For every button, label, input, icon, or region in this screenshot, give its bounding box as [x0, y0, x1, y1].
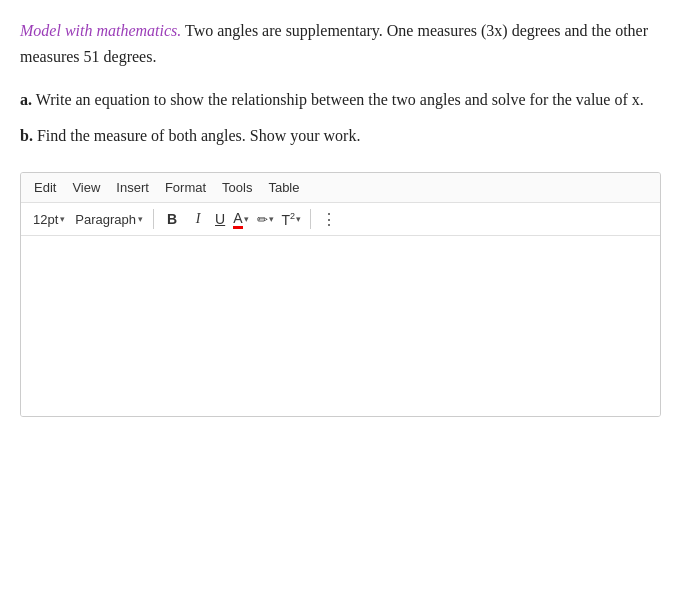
menu-edit[interactable]: Edit [31, 178, 59, 197]
underline-button[interactable]: U [212, 207, 228, 231]
part-a: a. Write an equation to show the relatio… [20, 87, 661, 113]
model-label: Model with mathematics. [20, 22, 181, 39]
highlight-button[interactable]: ✏ ▾ [254, 207, 277, 231]
problem-text: Model with mathematics. Two angles are s… [20, 18, 661, 69]
superscript-chevron: ▾ [296, 214, 301, 224]
paragraph-style-value: Paragraph [75, 212, 136, 227]
highlight-chevron: ▾ [269, 214, 274, 224]
font-color-label: A [233, 210, 242, 229]
editor-toolbar: 12pt ▾ Paragraph ▾ B I U A ▾ ✏ ▾ T2 ▾ ⋮ [21, 203, 660, 236]
underline-label: U [215, 211, 225, 227]
font-size-value: 12pt [33, 212, 58, 227]
superscript-label: T2 [282, 211, 296, 228]
font-size-chevron: ▾ [60, 214, 65, 224]
superscript-button[interactable]: T2 ▾ [279, 207, 305, 231]
toolbar-divider-1 [153, 209, 154, 229]
part-b-text: Find the measure of both angles. Show yo… [33, 127, 361, 144]
editor-body[interactable] [21, 236, 660, 416]
part-a-text: Write an equation to show the relationsh… [32, 91, 644, 108]
menu-table[interactable]: Table [265, 178, 302, 197]
italic-button[interactable]: I [186, 207, 210, 231]
menu-view[interactable]: View [69, 178, 103, 197]
toolbar-divider-2 [310, 209, 311, 229]
editor-menubar: Edit View Insert Format Tools Table [21, 173, 660, 203]
menu-tools[interactable]: Tools [219, 178, 255, 197]
bold-button[interactable]: B [160, 207, 184, 231]
highlight-icon: ✏ [257, 212, 268, 227]
part-a-label: a. [20, 91, 32, 108]
font-size-select[interactable]: 12pt ▾ [29, 210, 69, 229]
menu-insert[interactable]: Insert [113, 178, 152, 197]
part-b-label: b. [20, 127, 33, 144]
more-options-button[interactable]: ⋮ [317, 208, 342, 231]
part-b: b. Find the measure of both angles. Show… [20, 123, 661, 149]
paragraph-style-chevron: ▾ [138, 214, 143, 224]
editor-container: Edit View Insert Format Tools Table 12pt… [20, 172, 661, 417]
font-color-button[interactable]: A ▾ [230, 207, 251, 231]
superscript-exp: 2 [290, 211, 295, 221]
menu-format[interactable]: Format [162, 178, 209, 197]
paragraph-style-select[interactable]: Paragraph ▾ [71, 210, 147, 229]
font-color-chevron: ▾ [244, 214, 249, 224]
